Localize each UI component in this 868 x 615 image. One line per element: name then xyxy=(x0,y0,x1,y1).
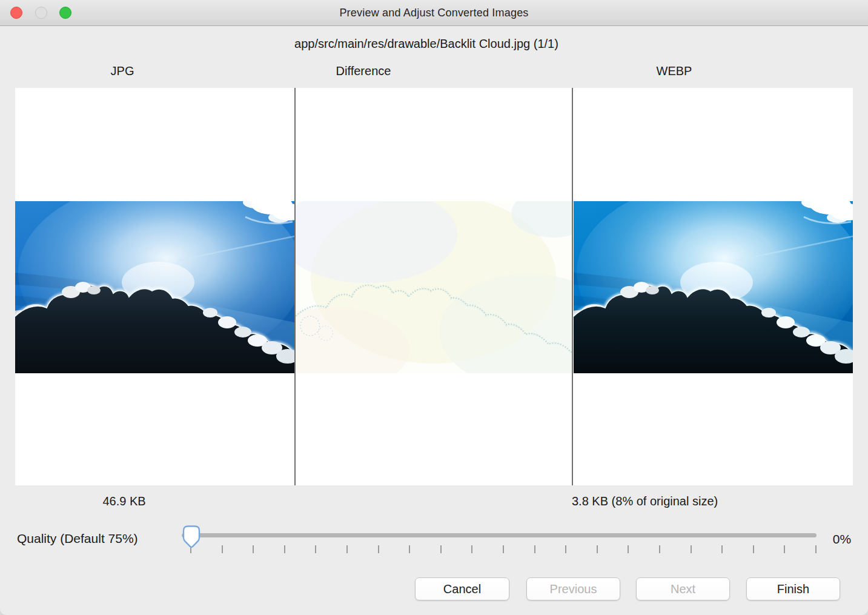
title-bar: Preview and Adjust Converted Images xyxy=(0,0,868,26)
preview-area xyxy=(15,88,853,485)
column-header-jpg: JPG xyxy=(44,64,201,81)
cancel-button[interactable]: Cancel xyxy=(415,577,509,600)
previous-button[interactable]: Previous xyxy=(526,577,620,600)
column-header-difference: Difference xyxy=(285,64,442,81)
quality-slider-label: Quality (Default 75%) xyxy=(17,531,138,546)
convert-to-webp-dialog: Preview and Adjust Converted Images app/… xyxy=(0,0,868,615)
next-button[interactable]: Next xyxy=(636,577,730,600)
webp-file-size-label: 3.8 KB (8% of original size) xyxy=(572,494,718,511)
quality-value-label: 0% xyxy=(824,532,860,547)
jpg-file-size-label: 46.9 KB xyxy=(76,494,173,511)
jpg-preview-image xyxy=(15,201,294,373)
panel-divider xyxy=(572,88,573,485)
window-title: Preview and Adjust Converted Images xyxy=(0,0,868,26)
difference-preview-image xyxy=(296,201,572,373)
quality-slider-thumb[interactable] xyxy=(181,524,202,549)
quality-slider-track[interactable] xyxy=(182,533,817,537)
finish-button[interactable]: Finish xyxy=(746,577,840,600)
webp-preview-image xyxy=(574,201,853,373)
file-path-label: app/src/main/res/drawable/Backlit Cloud.… xyxy=(0,37,853,55)
quality-slider-ticks xyxy=(190,545,817,553)
column-header-webp: WEBP xyxy=(595,64,753,81)
